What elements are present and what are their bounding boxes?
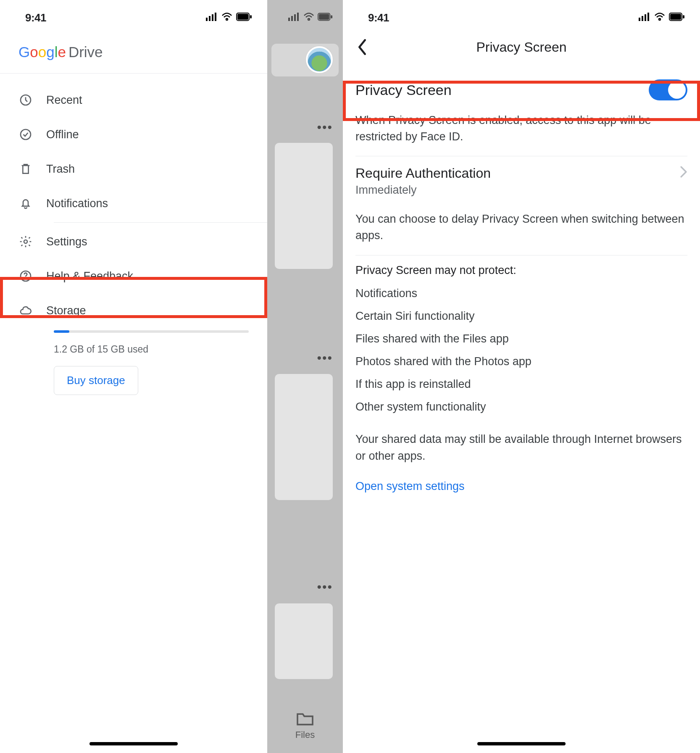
folder-icon	[296, 711, 314, 726]
tab-label: Files	[295, 729, 315, 740]
sidebar-item-offline[interactable]: Offline	[0, 117, 267, 152]
list-item: If this app is reinstalled	[355, 373, 687, 395]
shared-data-paragraph: Your shared data may still be available …	[343, 423, 700, 472]
battery-icon	[236, 12, 252, 24]
buy-storage-button[interactable]: Buy storage	[54, 366, 138, 395]
not-protect-header: Privacy Screen may not protect:	[343, 255, 700, 277]
wifi-icon	[221, 12, 233, 24]
toggle-knob	[668, 81, 686, 99]
more-icon[interactable]: •••	[317, 351, 333, 365]
offline-icon	[18, 127, 33, 142]
storage-used-text: 1.2 GB of 15 GB used	[54, 344, 249, 355]
svg-rect-13	[294, 14, 296, 21]
sidebar-item-label: Recent	[46, 94, 82, 107]
sidebar-item-recent[interactable]: Recent	[0, 83, 267, 117]
sidebar-item-label: Trash	[46, 163, 75, 176]
svg-rect-17	[331, 15, 332, 18]
open-system-settings-link[interactable]: Open system settings	[343, 472, 700, 500]
help-icon	[18, 269, 33, 283]
divider	[54, 222, 267, 223]
require-auth-row[interactable]: Require Authentication	[343, 156, 700, 183]
svg-rect-2	[212, 14, 213, 21]
file-thumb[interactable]	[275, 603, 333, 679]
svg-point-9	[24, 240, 27, 243]
status-bar: 9:41	[0, 0, 267, 29]
status-icons	[206, 12, 252, 24]
svg-rect-5	[237, 14, 248, 20]
sidebar-item-help[interactable]: Help & Feedback	[0, 259, 267, 293]
status-icons	[639, 12, 685, 24]
tab-files[interactable]: Files	[267, 711, 343, 740]
sidebar-item-label: Notifications	[46, 197, 108, 210]
list-item: Files shared with the Files app	[355, 327, 687, 350]
storage-progress	[54, 330, 249, 333]
drive-drawer-pane: 9:41 GoogleDrive Recent	[0, 0, 267, 753]
storage-block: 1.2 GB of 15 GB used Buy storage	[0, 320, 267, 395]
svg-rect-3	[215, 13, 216, 21]
more-icon[interactable]: •••	[317, 120, 333, 134]
file-thumb[interactable]	[275, 374, 333, 500]
list-item: Notifications	[355, 282, 687, 305]
drive-background-slice: ••• ••• ••• Files	[267, 0, 343, 753]
status-bar: 9:41	[343, 0, 700, 29]
svg-rect-23	[670, 14, 681, 20]
list-item: Certain Siri functionality	[355, 305, 687, 327]
cellular-icon	[639, 12, 650, 24]
list-item: Photos shared with the Photos app	[355, 350, 687, 373]
drive-header: GoogleDrive	[0, 29, 267, 74]
sidebar-item-label: Help & Feedback	[46, 270, 133, 283]
svg-rect-12	[291, 16, 293, 21]
svg-point-8	[21, 129, 31, 140]
privacy-toggle-description: When Privacy Screen is enabled, access t…	[343, 112, 700, 156]
privacy-toggle-label: Privacy Screen	[355, 82, 452, 98]
svg-rect-0	[206, 18, 208, 21]
home-indicator	[89, 742, 178, 745]
require-auth-label: Require Authentication	[355, 166, 491, 181]
file-thumb[interactable]	[275, 143, 333, 269]
privacy-toggle-row: Privacy Screen	[343, 68, 700, 112]
svg-rect-20	[645, 14, 646, 21]
sidebar-item-settings[interactable]: Settings	[0, 224, 267, 259]
battery-icon	[669, 12, 685, 24]
svg-rect-19	[642, 16, 643, 21]
privacy-toggle[interactable]	[649, 79, 687, 100]
svg-rect-16	[319, 14, 329, 19]
back-button[interactable]	[353, 38, 371, 56]
storage-progress-fill	[54, 330, 69, 333]
wifi-icon	[654, 12, 666, 24]
page-title: Privacy Screen	[476, 39, 566, 55]
svg-rect-11	[288, 18, 290, 21]
require-auth-description: You can choose to delay Privacy Screen w…	[343, 206, 700, 255]
sidebar: Recent Offline Trash Notifications Sett	[0, 74, 267, 404]
avatar[interactable]	[306, 46, 333, 73]
status-icons	[288, 13, 333, 21]
svg-rect-14	[297, 13, 299, 21]
sidebar-item-storage[interactable]: Storage	[0, 293, 267, 320]
require-auth-value: Immediately	[343, 183, 700, 206]
sidebar-item-trash[interactable]: Trash	[0, 152, 267, 186]
gear-icon	[18, 234, 33, 249]
svg-rect-6	[250, 15, 252, 18]
chevron-right-icon	[680, 166, 687, 181]
sidebar-item-notifications[interactable]: Notifications	[0, 186, 267, 221]
status-time: 9:41	[25, 11, 46, 24]
svg-rect-21	[647, 13, 649, 21]
sidebar-item-label: Offline	[46, 128, 79, 141]
more-icon[interactable]: •••	[317, 580, 333, 594]
privacy-screen-pane: 9:41 Privacy Screen Privacy Screen When …	[343, 0, 700, 753]
home-indicator	[477, 742, 566, 745]
sidebar-item-label: Settings	[46, 235, 87, 248]
cellular-icon	[206, 12, 218, 24]
not-protect-list: Notifications Certain Siri functionality…	[343, 277, 700, 423]
status-time: 9:41	[368, 11, 389, 24]
bell-icon	[18, 196, 33, 211]
svg-rect-1	[209, 16, 211, 21]
google-drive-logo: GoogleDrive	[18, 44, 250, 61]
chevron-left-icon	[357, 39, 368, 55]
sidebar-item-label: Storage	[46, 304, 86, 317]
svg-rect-24	[683, 15, 684, 18]
list-item: Other system functionality	[355, 395, 687, 418]
trash-icon	[18, 162, 33, 176]
clock-icon	[18, 93, 33, 107]
cloud-icon	[18, 303, 33, 318]
